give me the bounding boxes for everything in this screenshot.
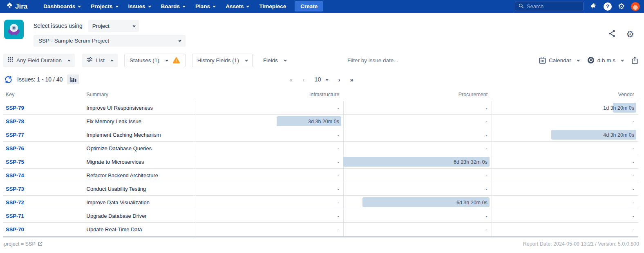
infrastructure-duration-cell: - [196, 223, 344, 236]
project-dropdown[interactable]: SSP - Sample Scrum Project [34, 35, 186, 47]
app-header: Select issues using Project SSP - Sample… [0, 13, 644, 51]
vendor-duration-cell: - [492, 196, 638, 209]
issue-key-link[interactable]: SSP-76 [6, 145, 24, 151]
column-header-vendor: Vendor [492, 89, 638, 101]
issue-key-link[interactable]: SSP-72 [6, 199, 24, 206]
nav-item-label: Dashboards [43, 3, 75, 9]
chevron-down-icon [68, 59, 71, 61]
export-icon[interactable] [631, 56, 638, 64]
duration-value: - [338, 159, 339, 165]
announcements-icon[interactable] [590, 2, 597, 11]
create-button[interactable]: Create [295, 1, 323, 11]
issue-key-link[interactable]: SSP-74 [6, 172, 24, 178]
search-input[interactable] [527, 3, 580, 9]
chevron-down-icon [284, 59, 287, 61]
issue-key-link[interactable]: SSP-77 [6, 132, 24, 138]
table-row: SSP-78Fix Memory Leak Issue3d 3h 20m 0s-… [3, 115, 638, 128]
user-avatar[interactable] [631, 2, 640, 11]
duration-value: - [338, 173, 339, 178]
nav-item-boards[interactable]: Boards [156, 0, 190, 13]
issue-source-dropdown[interactable]: Project [88, 20, 139, 32]
duration-value: - [633, 186, 634, 192]
jql-filter-link[interactable]: project = SSP [4, 241, 43, 247]
refresh-icon[interactable] [4, 75, 13, 84]
calendar-button[interactable]: Calendar [539, 57, 579, 64]
pagination-last-button[interactable]: » [350, 76, 353, 83]
nav-item-projects[interactable]: Projects [85, 0, 123, 13]
duration-value: - [486, 105, 487, 111]
chevron-down-icon [179, 39, 181, 42]
header-fields: Select issues using Project SSP - Sample… [34, 20, 186, 47]
issue-date-filter-input[interactable] [347, 57, 429, 63]
duration-value: - [486, 227, 487, 233]
chart-view-button[interactable] [67, 75, 79, 84]
table-header-row: KeySummaryInfrastructureProcurementVendo… [3, 89, 638, 101]
issue-key-link[interactable]: SSP-75 [6, 159, 24, 165]
issue-summary: Fix Memory Leak Issue [84, 115, 196, 128]
sliders-icon [87, 57, 93, 63]
jira-logo-text: Jira [15, 2, 27, 11]
share-icon[interactable] [608, 29, 616, 39]
nav-item-timepiece[interactable]: Timepiece [254, 0, 291, 13]
issue-summary: Refactor Backend Architecture [84, 169, 196, 182]
app-settings-gear-icon[interactable]: ⚙ [626, 30, 634, 39]
duration-value: - [338, 213, 339, 219]
chevron-down-icon [577, 59, 579, 61]
view-mode-button[interactable]: List [82, 54, 118, 67]
nav-search[interactable] [515, 2, 584, 11]
history-fields-button[interactable]: History Fields (1) [192, 54, 253, 67]
pagination-next-button[interactable]: › [338, 76, 340, 83]
app-logo-icon [4, 20, 24, 39]
issue-key-link[interactable]: SSP-70 [6, 226, 24, 233]
vendor-duration-cell: 1d 3h 20m 0s [492, 101, 638, 115]
duration-value: - [486, 132, 487, 138]
help-icon[interactable]: ? [604, 2, 612, 11]
chevron-down-icon [111, 59, 114, 61]
jira-logo[interactable]: Jira [6, 2, 27, 11]
statuses-filter-button[interactable]: Statuses (1) [124, 54, 186, 67]
procurement-duration-cell: - [343, 101, 492, 115]
nav-item-issues[interactable]: Issues [123, 0, 156, 13]
nav-item-assets[interactable]: Assets [220, 0, 254, 13]
column-header-infrastructure: Infrastructure [196, 89, 344, 101]
chevron-down-icon [245, 59, 248, 61]
issues-table-wrap: KeySummaryInfrastructureProcurementVendo… [3, 89, 638, 237]
procurement-duration-cell: - [343, 115, 492, 128]
duration-value: - [633, 159, 634, 165]
duration-value: - [486, 119, 487, 124]
duration-type-button[interactable]: Any Field Duration [3, 54, 75, 67]
nav-item-dashboards[interactable]: Dashboards [38, 0, 85, 13]
issue-key-link[interactable]: SSP-71 [6, 213, 24, 219]
issue-key-link[interactable]: SSP-79 [6, 105, 24, 111]
issue-summary: Conduct Usability Testing [84, 182, 196, 196]
fields-button[interactable]: Fields [258, 54, 291, 67]
duration-format-button[interactable]: d.h.m.s [587, 56, 623, 64]
duration-value: - [338, 186, 339, 192]
infrastructure-duration-cell: - [196, 182, 344, 196]
nav-item-plans[interactable]: Plans [190, 0, 220, 13]
chevron-down-icon [246, 5, 249, 7]
issues-table: KeySummaryInfrastructureProcurementVendo… [3, 89, 638, 236]
infrastructure-duration-cell: 3d 3h 20m 0s [196, 115, 344, 128]
vendor-duration-cell: - [492, 169, 638, 182]
duration-value: - [633, 173, 634, 178]
page-size-dropdown[interactable]: 10 [314, 76, 328, 83]
procurement-duration-cell: - [343, 142, 492, 155]
issue-key-link[interactable]: SSP-78 [6, 118, 24, 124]
table-row: SSP-72Improve Data Visualization-6d 3h 2… [3, 196, 638, 209]
procurement-duration-cell: 6d 23h 32m 0s [343, 155, 492, 169]
issue-key-link[interactable]: SSP-73 [6, 186, 24, 192]
column-header-summary: Summary [84, 89, 196, 101]
procurement-duration-cell: 6d 3h 20m 0s [343, 196, 492, 209]
nav-menu: DashboardsProjectsIssuesBoardsPlansAsset… [38, 0, 291, 13]
pagination-prev-button[interactable]: ‹ [302, 76, 304, 83]
table-row: SSP-74Refactor Backend Architecture--- [3, 169, 638, 182]
chevron-down-icon [213, 5, 216, 7]
settings-gear-icon[interactable]: ⚙ [618, 2, 625, 10]
nav-item-label: Plans [195, 3, 210, 9]
vendor-duration-cell: - [492, 115, 638, 128]
table-row: SSP-73Conduct Usability Testing--- [3, 182, 638, 196]
issue-summary: Update Real-Time Data [84, 223, 196, 236]
duration-value: - [633, 200, 634, 206]
pagination-first-button[interactable]: « [289, 76, 292, 83]
